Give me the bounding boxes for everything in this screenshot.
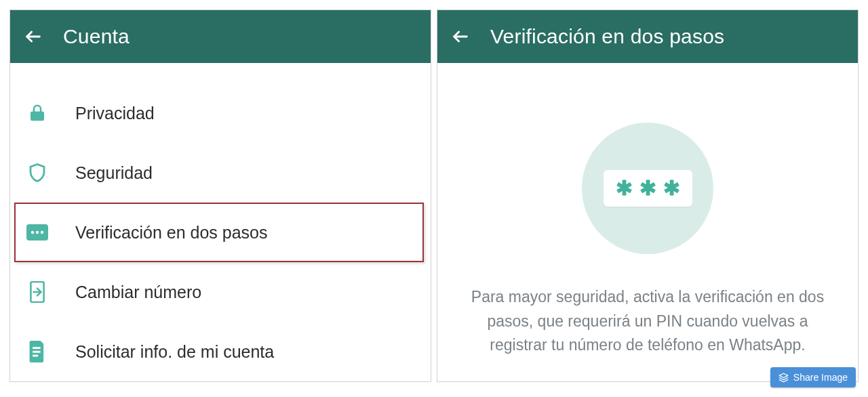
- asterisk-icon: ✱: [663, 178, 680, 198]
- pin-card: ✱ ✱ ✱: [604, 170, 692, 207]
- asterisk-icon: ✱: [616, 178, 633, 198]
- menu-item-request-info[interactable]: Solicitar info. de mi cuenta: [10, 322, 431, 381]
- lock-icon: [25, 101, 50, 125]
- svg-rect-8: [33, 351, 40, 353]
- svg-rect-7: [33, 347, 40, 349]
- svg-marker-11: [779, 373, 788, 377]
- svg-point-4: [41, 231, 43, 234]
- header-title-right: Verificación en dos pasos: [490, 25, 724, 48]
- menu-item-security[interactable]: Seguridad: [10, 143, 431, 203]
- svg-rect-9: [33, 355, 38, 357]
- menu-label: Cambiar número: [75, 283, 201, 302]
- svg-point-3: [36, 231, 39, 234]
- arrow-left-icon: [24, 27, 43, 46]
- left-panel: Cuenta Privacidad Seguridad Verificación…: [9, 9, 431, 382]
- header-title-left: Cuenta: [63, 25, 130, 48]
- illustration-circle: ✱ ✱ ✱: [582, 123, 713, 254]
- two-step-content: ✱ ✱ ✱ Para mayor seguridad, activa la ve…: [437, 63, 858, 358]
- two-step-description: Para mayor seguridad, activa la verifica…: [437, 285, 858, 358]
- svg-point-2: [31, 231, 34, 234]
- account-menu: Privacidad Seguridad Verificación en dos…: [10, 63, 431, 381]
- layers-icon: [778, 373, 789, 383]
- header-left: Cuenta: [10, 10, 431, 63]
- menu-label: Seguridad: [75, 163, 153, 183]
- menu-item-privacy[interactable]: Privacidad: [10, 83, 431, 143]
- doc-icon: [25, 339, 50, 364]
- arrow-left-icon: [451, 27, 470, 46]
- right-panel: Verificación en dos pasos ✱ ✱ ✱ Para may…: [437, 9, 859, 382]
- menu-item-two-step[interactable]: Verificación en dos pasos: [14, 203, 424, 262]
- menu-label: Solicitar info. de mi cuenta: [75, 342, 274, 362]
- pin-icon: [25, 220, 50, 245]
- asterisk-icon: ✱: [639, 178, 656, 198]
- sim-icon: [25, 280, 50, 304]
- share-image-button[interactable]: Share Image: [770, 367, 856, 388]
- menu-label: Verificación en dos pasos: [75, 223, 268, 243]
- header-right: Verificación en dos pasos: [437, 10, 858, 63]
- share-label: Share Image: [793, 372, 848, 383]
- back-button-left[interactable]: [22, 26, 44, 47]
- menu-label: Privacidad: [75, 104, 155, 123]
- menu-item-change-number[interactable]: Cambiar número: [10, 262, 431, 322]
- back-button-right[interactable]: [450, 26, 471, 47]
- shield-icon: [25, 161, 50, 185]
